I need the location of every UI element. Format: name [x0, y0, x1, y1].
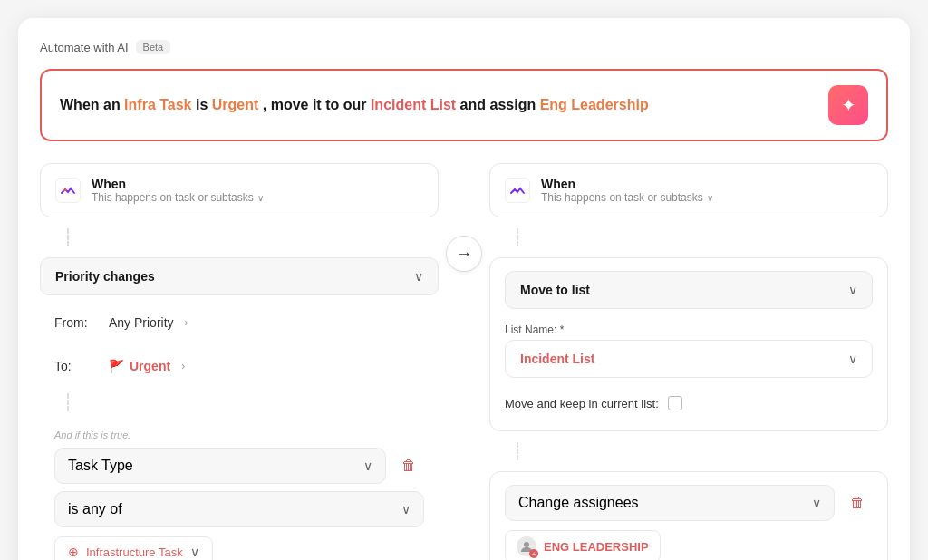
change-assignees-dropdown[interactable]: Change assignees ∨ — [505, 485, 835, 521]
plus-dot-icon: + — [529, 549, 538, 558]
right-when-label: When — [541, 177, 713, 191]
main-container: Automate with AI Beta When an Infra Task… — [18, 18, 910, 560]
prompt-move: , move it to our — [263, 97, 371, 112]
keep-in-list-row: Move and keep in current list: — [505, 389, 873, 418]
from-value: Any Priority — [109, 315, 174, 330]
main-grid: When This happens on task or subtasks ∨ … — [40, 163, 888, 560]
change-assignees-delete-button[interactable]: 🗑 — [842, 488, 873, 518]
flag-icon: 🚩 — [109, 359, 124, 373]
task-type-chevron-icon: ∨ — [363, 459, 372, 473]
to-row: To: 🚩 Urgent › — [40, 350, 439, 382]
keep-in-list-checkbox[interactable] — [668, 396, 682, 410]
eng-leadership-chip[interactable]: + ENG LEADERSHIP — [505, 530, 661, 560]
left-when-sub[interactable]: This happens on task or subtasks ∨ — [92, 191, 264, 204]
spark-icon: ✦ — [841, 94, 856, 116]
right-column: When This happens on task or subtasks ∨ … — [489, 163, 888, 560]
task-type-row: Task Type ∨ 🗑 — [54, 448, 424, 484]
automate-label: Automate with AI — [40, 41, 129, 54]
right-when-card: When This happens on task or subtasks ∨ — [489, 163, 888, 217]
globe-icon: ⊕ — [68, 545, 79, 559]
prompt-eng-leadership: Eng Leadership — [540, 97, 649, 112]
left-column: When This happens on task or subtasks ∨ … — [40, 163, 439, 560]
priority-changes-dropdown[interactable]: Priority changes ∨ — [40, 257, 439, 295]
priority-changes-label: Priority changes — [55, 269, 155, 284]
infra-task-label: Infrastructure Task — [86, 546, 183, 559]
from-label: From: — [54, 315, 98, 330]
keep-label: Move and keep in current list: — [505, 397, 659, 410]
prompt-infra-task: Infra Task — [124, 97, 191, 112]
condition-label: And if this is true: — [54, 430, 424, 440]
prompt-and-assign: and assign — [460, 97, 540, 112]
priority-chevron-icon: ∨ — [414, 269, 423, 284]
left-dotted-connector-1 — [67, 228, 439, 246]
infra-chevron-icon: ∨ — [190, 545, 199, 559]
move-to-list-section: Move to list ∨ List Name: * Incident Lis… — [489, 257, 888, 431]
incident-list-chevron-icon: ∨ — [848, 352, 857, 366]
incident-list-dropdown[interactable]: Incident List ∨ — [505, 340, 873, 378]
to-value: 🚩 Urgent — [109, 359, 170, 373]
change-assignees-row: Change assignees ∨ 🗑 — [505, 485, 873, 521]
assignee-avatar: + — [517, 536, 536, 556]
task-type-dropdown[interactable]: Task Type ∨ — [54, 448, 386, 484]
left-dotted-connector-2 — [67, 393, 439, 411]
ai-prompt-box: When an Infra Task is Urgent , move it t… — [40, 69, 888, 141]
arrow-circle: → — [446, 236, 482, 272]
right-dotted-connector-2 — [517, 442, 888, 460]
prompt-urgent: Urgent — [212, 97, 259, 112]
prompt-is: is — [196, 97, 212, 112]
from-row: From: Any Priority › — [40, 306, 439, 339]
ai-prompt-text: When an Infra Task is Urgent , move it t… — [60, 97, 814, 113]
when-sub-chevron: ∨ — [257, 193, 264, 203]
beta-badge: Beta — [136, 40, 171, 54]
infra-task-chip[interactable]: ⊕ Infrastructure Task ∨ — [54, 536, 213, 560]
from-chevron-icon[interactable]: › — [185, 316, 188, 329]
move-to-list-dropdown[interactable]: Move to list ∨ — [505, 271, 873, 309]
change-assignees-label: Change assignees — [518, 495, 639, 511]
incident-list-label: Incident List — [520, 352, 594, 366]
clickup-icon-right — [505, 178, 530, 203]
task-type-label: Task Type — [68, 458, 133, 474]
svg-point-0 — [524, 542, 529, 547]
is-any-of-chevron-icon: ∨ — [401, 502, 411, 517]
task-type-delete-button[interactable]: 🗑 — [393, 450, 424, 481]
delete-icon: 🗑 — [401, 458, 416, 474]
arrow-icon: → — [456, 245, 472, 264]
list-name-label: List Name: * — [505, 320, 873, 340]
is-any-of-label: is any of — [68, 501, 122, 517]
condition-section: And if this is true: Task Type ∨ 🗑 is an… — [40, 422, 439, 560]
right-when-sub-chevron: ∨ — [707, 193, 713, 203]
prompt-incident-list: Incident List — [371, 97, 456, 112]
change-assignees-section: Change assignees ∨ 🗑 + ENG LEADERSHI — [489, 471, 888, 560]
is-any-of-dropdown[interactable]: is any of ∨ — [54, 491, 424, 527]
left-when-text: When This happens on task or subtasks ∨ — [92, 177, 264, 204]
right-when-text: When This happens on task or subtasks ∨ — [541, 177, 713, 204]
arrow-column: → — [439, 163, 489, 272]
left-when-label: When — [92, 177, 264, 191]
top-bar: Automate with AI Beta — [40, 40, 888, 54]
assignees-delete-icon: 🗑 — [850, 495, 865, 511]
right-when-sub[interactable]: This happens on task or subtasks ∨ — [541, 191, 713, 204]
to-label: To: — [54, 359, 98, 373]
left-when-card: When This happens on task or subtasks ∨ — [40, 163, 439, 217]
clickup-icon-left — [55, 178, 81, 203]
move-to-list-label: Move to list — [520, 283, 590, 297]
change-assignees-chevron-icon: ∨ — [812, 496, 821, 510]
ai-spark-button[interactable]: ✦ — [828, 85, 868, 125]
right-dotted-connector-1 — [517, 228, 888, 246]
to-chevron-icon[interactable]: › — [181, 360, 185, 372]
assignee-name: ENG LEADERSHIP — [544, 540, 649, 554]
move-to-list-chevron-icon: ∨ — [848, 283, 857, 297]
prompt-when: When an — [60, 97, 124, 112]
